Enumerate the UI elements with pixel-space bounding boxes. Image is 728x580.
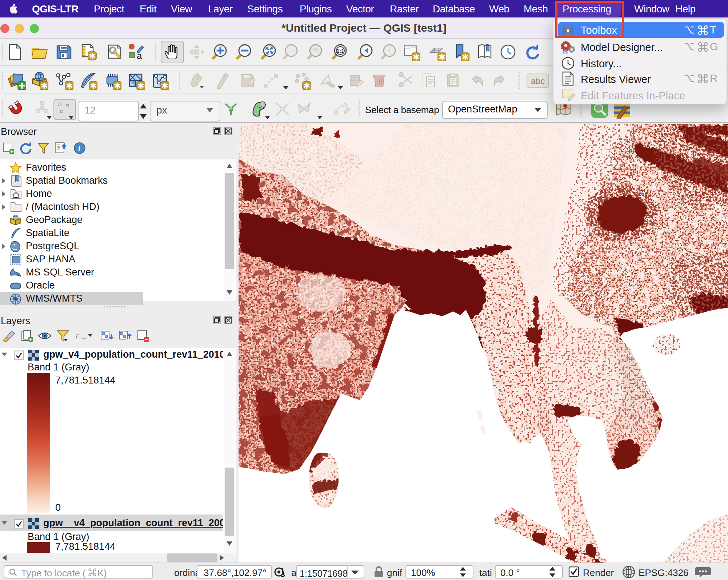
svg-text:a: a [137,50,142,61]
svg-text:ε: ε [76,330,80,341]
svg-text:i: i [78,144,81,153]
svg-text:G: G [710,42,718,52]
svg-text:R: R [710,74,717,83]
svg-text:T: T [710,25,716,35]
